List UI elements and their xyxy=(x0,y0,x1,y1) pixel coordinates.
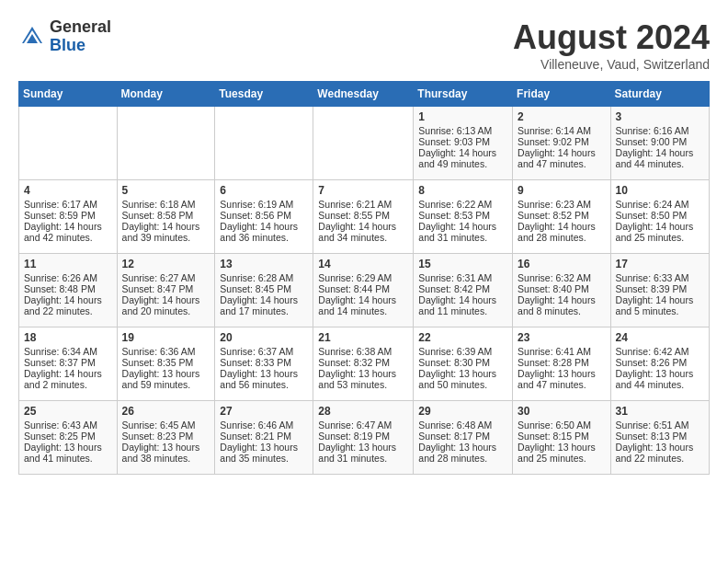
day-info: Sunrise: 6:36 AM xyxy=(122,346,210,357)
day-info: Daylight: 13 hours xyxy=(220,368,308,379)
day-info: and 22 minutes. xyxy=(616,453,704,464)
day-info: Daylight: 14 hours xyxy=(318,294,408,305)
calendar-cell: 26Sunrise: 6:45 AMSunset: 8:23 PMDayligh… xyxy=(117,401,215,475)
day-info: Sunset: 8:52 PM xyxy=(518,210,606,221)
day-info: and 25 minutes. xyxy=(616,232,704,243)
day-number: 2 xyxy=(518,110,606,123)
calendar-cell: 18Sunrise: 6:34 AMSunset: 8:37 PMDayligh… xyxy=(19,327,118,401)
calendar-cell: 11Sunrise: 6:26 AMSunset: 8:48 PMDayligh… xyxy=(19,254,118,327)
day-info: Sunrise: 6:50 AM xyxy=(518,419,606,431)
calendar-cell: 8Sunrise: 6:22 AMSunset: 8:53 PMDaylight… xyxy=(414,180,513,254)
day-number: 26 xyxy=(122,405,210,418)
day-info: and 47 minutes. xyxy=(518,379,606,390)
day-number: 27 xyxy=(220,405,308,418)
day-info: Sunset: 8:26 PM xyxy=(616,357,704,368)
calendar-week-0: 1Sunrise: 6:13 AMSunset: 9:03 PMDaylight… xyxy=(19,107,710,180)
calendar-cell: 15Sunrise: 6:31 AMSunset: 8:42 PMDayligh… xyxy=(414,254,513,327)
day-number: 8 xyxy=(418,184,507,197)
header-friday: Friday xyxy=(513,82,611,107)
day-info: Sunset: 8:25 PM xyxy=(24,431,112,442)
day-number: 7 xyxy=(318,184,408,197)
calendar-cell: 13Sunrise: 6:28 AMSunset: 8:45 PMDayligh… xyxy=(215,254,313,327)
day-info: and 8 minutes. xyxy=(518,305,606,316)
day-info: Daylight: 14 hours xyxy=(616,221,704,232)
day-number: 14 xyxy=(318,258,408,270)
day-info: and 38 minutes. xyxy=(122,453,210,464)
day-info: Sunrise: 6:16 AM xyxy=(616,125,704,136)
day-info: Daylight: 14 hours xyxy=(24,221,112,232)
day-info: Sunset: 9:02 PM xyxy=(518,136,606,147)
day-info: Sunrise: 6:31 AM xyxy=(418,272,507,283)
day-info: Sunrise: 6:51 AM xyxy=(616,419,704,431)
day-info: Sunrise: 6:26 AM xyxy=(24,272,112,283)
day-info: Sunset: 8:13 PM xyxy=(616,431,704,442)
day-info: Sunset: 8:32 PM xyxy=(318,357,408,368)
day-info: and 22 minutes. xyxy=(24,305,112,316)
day-info: Sunrise: 6:18 AM xyxy=(122,199,210,210)
day-info: and 2 minutes. xyxy=(24,379,112,390)
calendar-cell: 24Sunrise: 6:42 AMSunset: 8:26 PMDayligh… xyxy=(610,327,709,401)
day-info: Sunset: 8:30 PM xyxy=(418,357,507,368)
day-info: Sunset: 8:42 PM xyxy=(418,283,507,294)
page-header: General Blue August 2024 Villeneuve, Vau… xyxy=(18,18,710,72)
day-info: and 31 minutes. xyxy=(418,232,507,243)
day-number: 15 xyxy=(418,258,507,270)
day-info: Daylight: 13 hours xyxy=(24,442,112,453)
day-info: Daylight: 14 hours xyxy=(220,294,308,305)
day-info: and 41 minutes. xyxy=(24,453,112,464)
day-info: Daylight: 13 hours xyxy=(518,442,606,453)
day-info: and 39 minutes. xyxy=(122,232,210,243)
day-info: Sunset: 8:44 PM xyxy=(318,283,408,294)
header-thursday: Thursday xyxy=(414,82,513,107)
day-number: 31 xyxy=(616,405,704,418)
day-info: and 36 minutes. xyxy=(220,232,308,243)
calendar-header: Sunday Monday Tuesday Wednesday Thursday… xyxy=(19,82,710,107)
header-monday: Monday xyxy=(117,82,215,107)
day-info: and 34 minutes. xyxy=(318,232,408,243)
day-info: Sunrise: 6:33 AM xyxy=(616,272,704,283)
day-info: Sunrise: 6:13 AM xyxy=(418,125,507,136)
header-tuesday: Tuesday xyxy=(215,82,313,107)
day-info: Sunset: 8:55 PM xyxy=(318,210,408,221)
day-info: Daylight: 13 hours xyxy=(122,368,210,379)
day-info: Sunrise: 6:48 AM xyxy=(418,419,507,431)
day-number: 5 xyxy=(122,184,210,197)
calendar-cell xyxy=(19,107,118,180)
day-info: Daylight: 14 hours xyxy=(220,221,308,232)
calendar-cell: 30Sunrise: 6:50 AMSunset: 8:15 PMDayligh… xyxy=(513,401,611,475)
day-number: 28 xyxy=(318,405,408,418)
day-info: Sunrise: 6:32 AM xyxy=(518,272,606,283)
day-number: 24 xyxy=(616,331,704,344)
day-info: Daylight: 13 hours xyxy=(616,368,704,379)
day-number: 19 xyxy=(122,331,210,344)
day-info: and 44 minutes. xyxy=(616,379,704,390)
header-sunday: Sunday xyxy=(19,82,118,107)
logo-general-text: General xyxy=(50,17,111,36)
calendar-body: 1Sunrise: 6:13 AMSunset: 9:03 PMDaylight… xyxy=(19,107,710,475)
day-number: 6 xyxy=(220,184,308,197)
day-info: Daylight: 14 hours xyxy=(318,221,408,232)
calendar-cell: 12Sunrise: 6:27 AMSunset: 8:47 PMDayligh… xyxy=(117,254,215,327)
day-info: Daylight: 14 hours xyxy=(518,294,606,305)
calendar-cell xyxy=(313,107,414,180)
calendar-week-2: 11Sunrise: 6:26 AMSunset: 8:48 PMDayligh… xyxy=(19,254,710,327)
day-number: 20 xyxy=(220,331,308,344)
day-info: Sunset: 8:33 PM xyxy=(220,357,308,368)
day-number: 23 xyxy=(518,331,606,344)
calendar-cell: 2Sunrise: 6:14 AMSunset: 9:02 PMDaylight… xyxy=(513,107,611,180)
day-number: 13 xyxy=(220,258,308,270)
day-info: Sunset: 9:00 PM xyxy=(616,136,704,147)
day-info: Sunrise: 6:43 AM xyxy=(24,419,112,431)
day-info: and 25 minutes. xyxy=(518,453,606,464)
calendar-cell: 21Sunrise: 6:38 AMSunset: 8:32 PMDayligh… xyxy=(313,327,414,401)
day-info: Sunrise: 6:28 AM xyxy=(220,272,308,283)
day-info: Daylight: 14 hours xyxy=(122,221,210,232)
day-info: and 20 minutes. xyxy=(122,305,210,316)
day-info: Sunset: 8:35 PM xyxy=(122,357,210,368)
location-text: Villeneuve, Vaud, Switzerland xyxy=(513,57,710,72)
day-info: Sunset: 8:48 PM xyxy=(24,283,112,294)
day-number: 9 xyxy=(518,184,606,197)
day-info: Sunset: 8:19 PM xyxy=(318,431,408,442)
day-info: and 11 minutes. xyxy=(418,305,507,316)
calendar-cell: 22Sunrise: 6:39 AMSunset: 8:30 PMDayligh… xyxy=(414,327,513,401)
